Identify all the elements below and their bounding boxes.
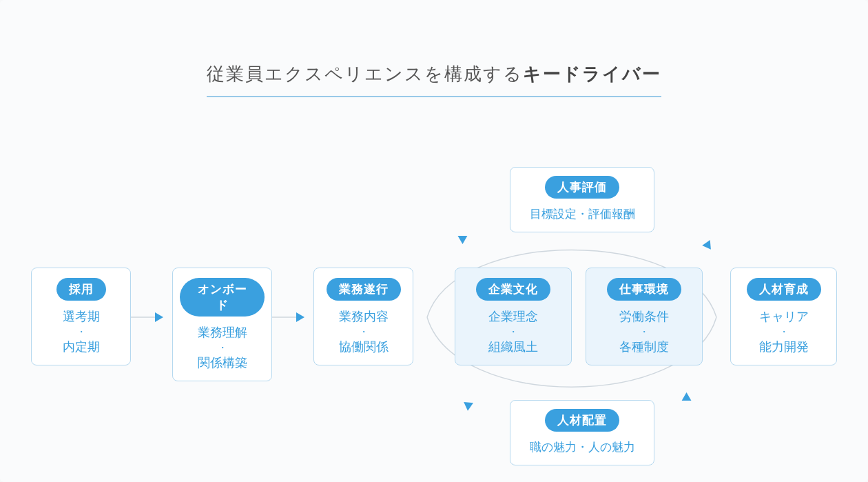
node-culture: 企業文化 企業理念 ・ 組織風土	[455, 268, 572, 365]
subs-onboard: 業務理解 ・ 関係構築	[180, 323, 265, 372]
diagram-canvas: 従業員エクスペリエンスを構成するキードライバー 採用 選考期 ・ 内定期 オンボ	[0, 0, 868, 482]
pill-placement: 人材配置	[545, 409, 619, 432]
node-onboard: オンボード 業務理解 ・ 関係構築	[172, 268, 272, 381]
dot-icon: ・	[321, 326, 406, 338]
sub-develop-1: キャリア	[759, 310, 809, 323]
sub-env-1: 労働条件	[619, 310, 669, 323]
subs-culture: 企業理念 ・ 組織風土	[462, 308, 564, 357]
node-recruit: 採用 選考期 ・ 内定期	[31, 268, 131, 365]
sub-develop-2: 能力開発	[759, 340, 809, 354]
diagram-title: 従業員エクスペリエンスを構成するキードライバー	[207, 62, 661, 97]
node-env: 仕事環境 労働条件 ・ 各種制度	[586, 268, 703, 365]
sub-work-2: 協働関係	[339, 340, 389, 354]
node-work: 業務遂行 業務内容 ・ 協働関係	[313, 268, 413, 365]
sub-culture-2: 組織風土	[488, 340, 538, 354]
sub-work-1: 業務内容	[339, 310, 389, 323]
svg-marker-1	[702, 240, 714, 252]
dot-icon: ・	[180, 342, 265, 354]
svg-marker-7	[296, 312, 304, 322]
sub-env-2: 各種制度	[619, 340, 669, 354]
dot-icon: ・	[462, 326, 564, 338]
sub-culture-1: 企業理念	[488, 310, 538, 323]
dot-icon: ・	[39, 326, 123, 338]
sub-recruit-2: 内定期	[63, 340, 100, 354]
subs-env: 労働条件 ・ 各種制度	[593, 308, 695, 357]
diagram-title-wrap: 従業員エクスペリエンスを構成するキードライバー	[0, 62, 868, 97]
title-prefix: 従業員エクスペリエンスを構成する	[207, 63, 523, 84]
node-develop: 人材育成 キャリア ・ 能力開発	[730, 268, 837, 365]
pill-eval: 人事評価	[545, 176, 619, 199]
title-bold: キードライバー	[523, 63, 661, 84]
sub-onboard-2: 関係構築	[198, 356, 247, 370]
pill-recruit: 採用	[56, 278, 106, 301]
node-placement: 人材配置 職の魅力・人の魅力	[510, 400, 654, 465]
dot-icon: ・	[738, 326, 829, 338]
sub-onboard-1: 業務理解	[198, 325, 247, 339]
svg-marker-5	[155, 312, 163, 322]
svg-marker-3	[461, 398, 473, 410]
svg-marker-0	[458, 232, 470, 244]
sub-recruit-1: 選考期	[63, 310, 100, 323]
subs-recruit: 選考期 ・ 内定期	[39, 308, 123, 357]
subs-work: 業務内容 ・ 協働関係	[321, 308, 406, 357]
subs-placement: 職の魅力・人の魅力	[517, 439, 647, 456]
subs-develop: キャリア ・ 能力開発	[738, 308, 829, 357]
svg-marker-2	[679, 392, 691, 405]
subs-eval: 目標設定・評価報酬	[517, 205, 647, 223]
dot-icon: ・	[593, 326, 695, 338]
pill-env: 仕事環境	[607, 278, 681, 301]
pill-develop: 人材育成	[747, 278, 821, 301]
pill-culture: 企業文化	[476, 278, 550, 301]
node-eval: 人事評価 目標設定・評価報酬	[510, 167, 654, 232]
pill-work: 業務遂行	[327, 278, 401, 301]
pill-onboard: オンボード	[180, 278, 265, 317]
